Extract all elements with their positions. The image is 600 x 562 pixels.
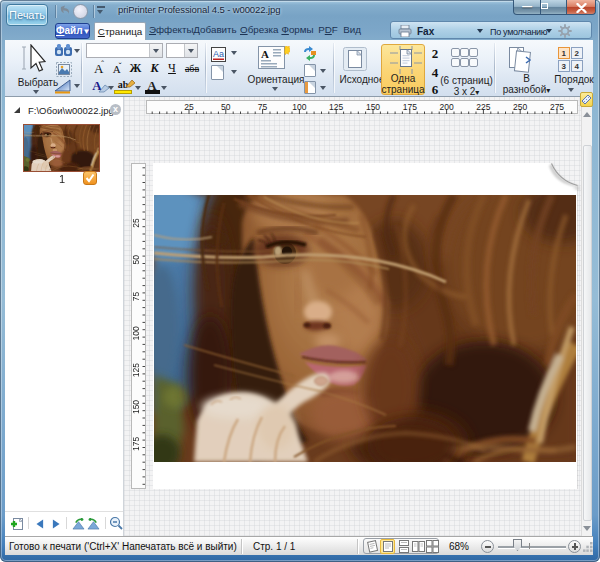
svg-text:75: 75 bbox=[132, 292, 141, 302]
svg-text:100: 100 bbox=[292, 102, 306, 112]
svg-text:150: 150 bbox=[132, 400, 141, 414]
svg-text:50: 50 bbox=[132, 255, 141, 265]
svg-text:150: 150 bbox=[366, 102, 380, 112]
svg-text:Аа: Аа bbox=[213, 49, 224, 59]
svg-text:250: 250 bbox=[513, 102, 527, 112]
svg-text:4: 4 bbox=[575, 62, 580, 71]
svg-text:50: 50 bbox=[221, 102, 231, 112]
svg-text:125: 125 bbox=[132, 363, 141, 377]
svg-text:175: 175 bbox=[132, 436, 141, 450]
svg-text:100: 100 bbox=[132, 326, 141, 340]
svg-text:25: 25 bbox=[184, 102, 194, 112]
svg-text:A: A bbox=[261, 48, 269, 60]
svg-text:25: 25 bbox=[132, 218, 141, 228]
svg-text:3: 3 bbox=[562, 62, 567, 71]
svg-text:125: 125 bbox=[329, 102, 343, 112]
svg-text:200: 200 bbox=[440, 102, 454, 112]
svg-text:275: 275 bbox=[550, 102, 564, 112]
svg-text:225: 225 bbox=[476, 102, 490, 112]
svg-text:1: 1 bbox=[562, 49, 567, 58]
svg-text:175: 175 bbox=[403, 102, 417, 112]
svg-text:75: 75 bbox=[258, 102, 268, 112]
svg-text:2: 2 bbox=[575, 49, 580, 58]
